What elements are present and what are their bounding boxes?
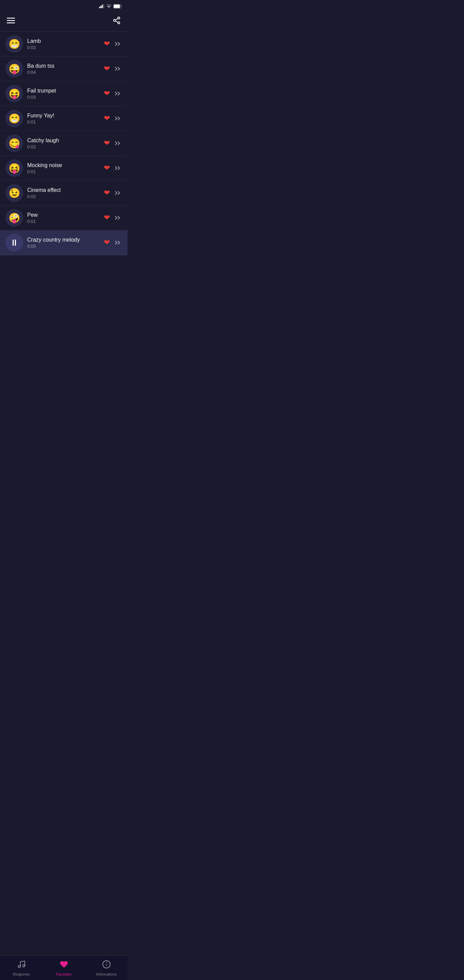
song-info: Fail trumpet0:03 [27, 88, 100, 100]
menu-button[interactable] [5, 15, 16, 26]
song-info: Crazy country melody0:05 [27, 237, 100, 249]
song-name: Pew [27, 212, 100, 218]
nav-item-informations[interactable]: Informations [85, 956, 127, 980]
list-item[interactable]: 😁Lamb0:02❤ [0, 32, 127, 56]
song-name: Fail trumpet [27, 88, 100, 94]
song-actions: ❤ [104, 89, 122, 98]
list-item[interactable]: 😁Funny Yay!0:01❤ [0, 106, 127, 131]
favorite-button[interactable]: ❤ [104, 64, 110, 73]
favorite-button[interactable]: ❤ [104, 164, 110, 172]
song-duration: 0:01 [27, 169, 100, 174]
song-avatar: 😋 [5, 134, 23, 152]
more-button[interactable] [113, 40, 122, 47]
favorite-button[interactable]: ❤ [104, 89, 110, 98]
bottom-nav: RingtonesFavoritesInformations [0, 956, 127, 980]
more-button[interactable] [113, 239, 122, 246]
song-info: Funny Yay!0:01 [27, 113, 100, 124]
svg-rect-8 [7, 22, 15, 24]
more-button[interactable] [113, 140, 122, 147]
info-icon [102, 960, 111, 969]
favorites-icon [60, 960, 68, 971]
favorite-button[interactable]: ❤ [104, 139, 110, 148]
song-avatar: ⏸ [5, 234, 23, 251]
more-button[interactable] [113, 65, 122, 72]
menu-icon [7, 16, 15, 24]
favorite-button[interactable]: ❤ [104, 189, 110, 197]
share-button[interactable] [111, 15, 122, 26]
song-name: Lamb [27, 38, 100, 44]
chevron-right-icon [115, 189, 122, 196]
song-duration: 0:04 [27, 70, 100, 75]
song-duration: 0:01 [27, 119, 100, 124]
svg-line-13 [116, 19, 118, 20]
chevron-right-icon [115, 115, 122, 122]
share-icon [113, 16, 121, 24]
more-button[interactable] [113, 189, 122, 196]
more-button[interactable] [113, 90, 122, 97]
svg-point-9 [118, 17, 120, 19]
favorite-button[interactable]: ❤ [104, 213, 110, 222]
nav-item-favorites[interactable]: Favorites [43, 956, 85, 980]
favorite-button[interactable]: ❤ [104, 238, 110, 247]
list-item[interactable]: 🤪Pew0:01❤ [0, 205, 127, 231]
heart-icon [60, 960, 68, 969]
favorite-button[interactable]: ❤ [104, 40, 110, 48]
list-item[interactable]: ⏸Crazy country melody0:05❤ [0, 231, 127, 255]
song-name: Cinema effect [27, 187, 100, 193]
song-actions: ❤ [104, 64, 122, 73]
svg-rect-7 [7, 20, 15, 21]
song-duration: 0:02 [27, 144, 100, 150]
list-item[interactable]: 😜Ba dum tss0:04❤ [0, 56, 127, 81]
song-actions: ❤ [104, 238, 122, 247]
nav-item-ringtones[interactable]: Ringtones [0, 956, 43, 980]
status-icons [99, 4, 122, 8]
list-item[interactable]: 😋Catchy laugh0:02❤ [0, 131, 127, 156]
list-item[interactable]: 😉Cinema effect0:02❤ [0, 181, 127, 205]
song-avatar: 🤪 [5, 209, 23, 227]
chevron-right-icon [115, 65, 122, 72]
song-info: Lamb0:02 [27, 38, 100, 50]
song-actions: ❤ [104, 189, 122, 197]
more-button[interactable] [113, 215, 122, 221]
signal-icon [99, 4, 105, 8]
svg-rect-0 [99, 7, 100, 8]
more-button[interactable] [113, 115, 122, 122]
song-actions: ❤ [104, 40, 122, 48]
song-name: Ba dum tss [27, 63, 100, 69]
pause-icon: ⏸ [10, 237, 19, 248]
song-avatar: 😜 [5, 60, 23, 78]
song-avatar: 😝 [5, 159, 23, 177]
svg-rect-3 [103, 4, 104, 8]
song-info: Pew0:01 [27, 212, 100, 224]
song-list: 😁Lamb0:02❤😜Ba dum tss0:04❤😝Fail trumpet0… [0, 32, 127, 255]
list-item[interactable]: 😝Fail trumpet0:03❤ [0, 81, 127, 106]
song-avatar: 😁 [5, 110, 23, 127]
chevron-right-icon [115, 215, 122, 221]
chevron-right-icon [115, 140, 122, 147]
wifi-icon [106, 4, 112, 8]
svg-point-15 [22, 965, 25, 967]
song-name: Funny Yay! [27, 113, 100, 119]
chevron-right-icon [115, 165, 122, 172]
song-info: Mocking noise0:01 [27, 162, 100, 174]
svg-rect-5 [114, 5, 120, 8]
ringtones-label: Ringtones [13, 972, 30, 976]
song-avatar: 😁 [5, 35, 23, 53]
song-duration: 0:05 [27, 243, 100, 249]
song-avatar: 😉 [5, 184, 23, 202]
more-button[interactable] [113, 165, 122, 172]
ringtones-icon [17, 960, 26, 971]
song-duration: 0:01 [27, 219, 100, 224]
informations-label: Informations [96, 972, 117, 976]
svg-point-14 [18, 966, 21, 968]
header [0, 12, 127, 32]
list-item[interactable]: 😝Mocking noise0:01❤ [0, 156, 127, 181]
informations-icon [102, 960, 111, 971]
song-actions: ❤ [104, 213, 122, 222]
song-info: Catchy laugh0:02 [27, 137, 100, 150]
music-icon [17, 960, 26, 969]
song-actions: ❤ [104, 164, 122, 172]
svg-point-11 [118, 22, 120, 24]
song-actions: ❤ [104, 114, 122, 123]
favorite-button[interactable]: ❤ [104, 114, 110, 123]
